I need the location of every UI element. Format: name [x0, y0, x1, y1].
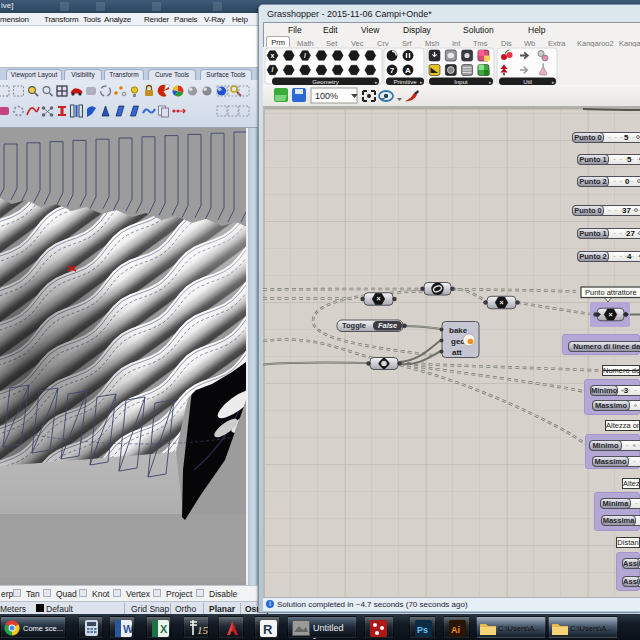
- svg-text:bake: bake: [449, 326, 468, 335]
- svg-text:Primitive: Primitive: [393, 79, 417, 85]
- svg-text:Input: Input: [454, 79, 468, 85]
- svg-text:×: ×: [376, 295, 380, 302]
- svg-text:Ps: Ps: [417, 625, 428, 635]
- svg-text:Geometry: Geometry: [312, 79, 338, 85]
- svg-text:A: A: [405, 66, 411, 75]
- svg-text:x: x: [271, 52, 275, 59]
- svg-text:×: ×: [499, 299, 503, 306]
- svg-text:/: /: [272, 66, 274, 73]
- svg-text:X: X: [160, 623, 168, 635]
- svg-text:100%: 100%: [315, 91, 338, 101]
- svg-text:/: /: [304, 52, 306, 59]
- svg-text:Ai: Ai: [451, 625, 460, 635]
- svg-text:att: att: [452, 348, 462, 357]
- svg-text:W: W: [123, 623, 132, 635]
- svg-text:R: R: [263, 622, 273, 637]
- svg-text:7: 7: [390, 66, 395, 75]
- svg-text:15: 15: [197, 624, 209, 636]
- svg-text:Punto attrattore: Punto attrattore: [585, 288, 637, 297]
- svg-text:×: ×: [608, 311, 612, 318]
- svg-text:Toggle: Toggle: [342, 321, 366, 330]
- svg-text:False: False: [378, 321, 397, 330]
- svg-text:Util: Util: [523, 79, 532, 85]
